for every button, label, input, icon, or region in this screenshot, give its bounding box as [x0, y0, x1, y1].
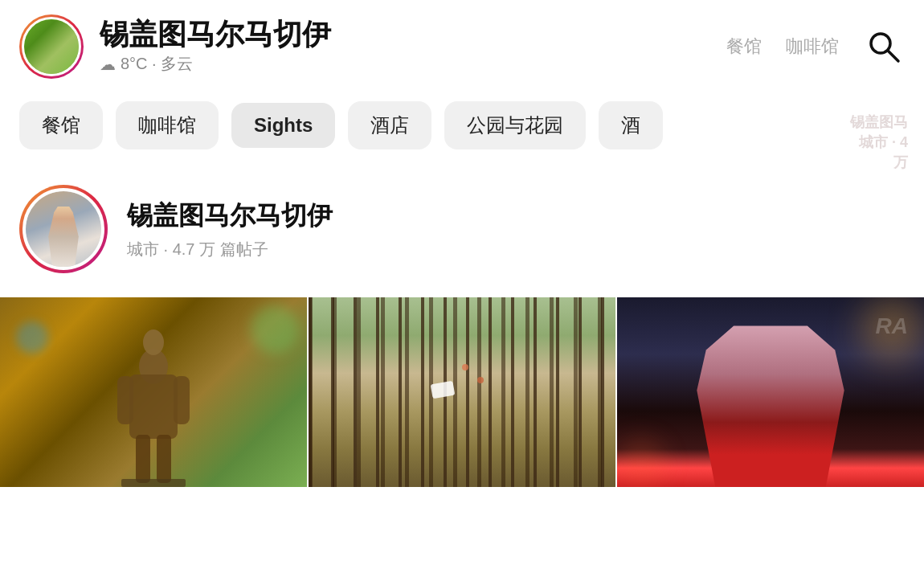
svg-rect-8	[157, 435, 171, 483]
category-parks[interactable]: 公园与花园	[444, 101, 586, 149]
svg-rect-9	[121, 479, 186, 487]
header-text: 锡盖图马尔马切伊 ☁ 8°C · 多云	[100, 18, 726, 76]
profile-avatar[interactable]	[19, 14, 84, 79]
bokeh-2	[16, 321, 48, 354]
light-2	[617, 439, 665, 487]
svg-rect-4	[129, 374, 178, 439]
svg-rect-7	[136, 435, 150, 483]
search-icon	[866, 29, 902, 64]
category-sights[interactable]: Sights	[231, 103, 335, 148]
image-grid: RA	[0, 297, 924, 487]
category-bar: 餐馆 咖啡馆 Sights 酒店 公园与花园 酒	[0, 88, 924, 162]
weather-info: ☁ 8°C · 多云	[100, 53, 726, 75]
category-hotels[interactable]: 酒店	[348, 101, 431, 149]
location-photo	[26, 191, 101, 267]
category-restaurants[interactable]: 餐馆	[19, 101, 103, 149]
weather-text: 8°C · 多云	[121, 53, 193, 75]
svg-point-3	[143, 329, 164, 355]
location-meta: 城市 · 4.7 万 篇帖子	[127, 239, 333, 260]
location-name: 锡盖图马尔马切伊	[127, 198, 333, 234]
search-button[interactable]	[863, 26, 905, 68]
nav-cafes[interactable]: 咖啡馆	[786, 35, 839, 59]
app-container: 锡盖图马尔马切伊 ☁ 8°C · 多云 餐馆 咖啡馆 餐馆 咖啡馆 Sights…	[0, 0, 924, 577]
location-type: 城市	[127, 240, 159, 258]
svg-line-1	[888, 51, 898, 61]
location-avatar	[19, 185, 108, 273]
svg-rect-5	[117, 376, 133, 424]
city-title: 锡盖图马尔马切伊	[100, 18, 726, 51]
grid-image-3[interactable]: RA	[617, 297, 924, 487]
statue-svg	[105, 318, 202, 487]
location-posts: 4.7 万 篇帖子	[173, 240, 268, 258]
category-more[interactable]: 酒	[599, 101, 663, 149]
person-shape	[45, 207, 83, 267]
category-cafes[interactable]: 咖啡馆	[116, 101, 219, 149]
avatar-image	[24, 19, 79, 74]
watermark: 锡盖图马 城市 · 4 万	[850, 113, 908, 174]
grid-image-2[interactable]	[309, 297, 615, 487]
grid-image-1[interactable]	[0, 297, 307, 487]
location-info: 锡盖图马尔马切伊 城市 · 4.7 万 篇帖子	[127, 198, 333, 260]
logo-watermark: RA	[876, 313, 908, 339]
woman-silhouette	[678, 325, 862, 487]
header-right: 餐馆 咖啡馆	[726, 26, 905, 68]
person-dot-1	[462, 364, 468, 370]
header: 锡盖图马尔马切伊 ☁ 8°C · 多云 餐馆 咖啡馆	[0, 0, 924, 88]
woman-photo-bg: RA	[617, 297, 924, 487]
tree-lines	[309, 297, 615, 487]
location-card[interactable]: 锡盖图马尔马切伊 城市 · 4.7 万 篇帖子	[0, 162, 924, 296]
nav-restaurants[interactable]: 餐馆	[726, 35, 762, 59]
svg-rect-6	[174, 376, 190, 424]
location-separator: ·	[164, 240, 173, 258]
bokeh-1	[251, 305, 299, 354]
cloud-icon: ☁	[100, 55, 116, 74]
